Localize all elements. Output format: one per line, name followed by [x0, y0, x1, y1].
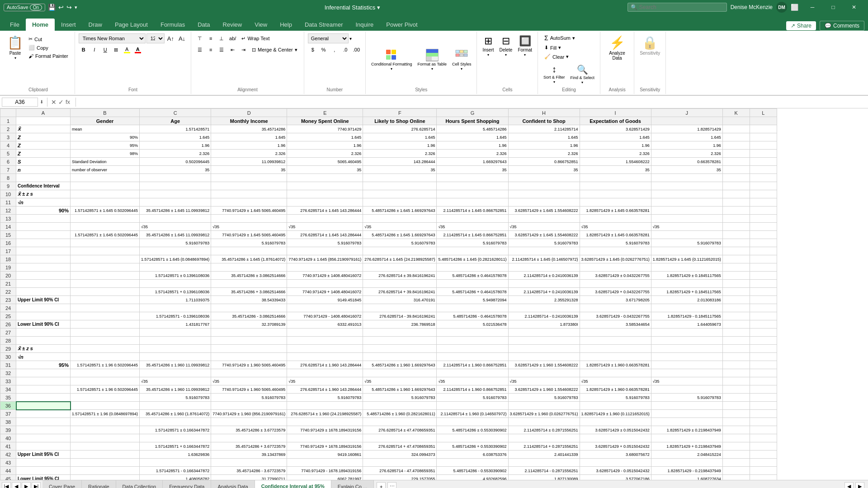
cell-A12[interactable]: 90% [16, 206, 71, 215]
cell-F16[interactable]: 5.916079783 [363, 239, 437, 247]
cell-B20[interactable] [71, 272, 140, 280]
cell-F10[interactable] [363, 190, 437, 198]
cell-F43[interactable] [363, 459, 437, 467]
cell-G13[interactable] [437, 215, 508, 223]
cell-G43[interactable] [437, 459, 508, 467]
cell-H28[interactable] [508, 337, 580, 345]
cell-F13[interactable] [363, 215, 437, 223]
cell-K24[interactable] [722, 304, 750, 312]
cell-F39[interactable]: 276.6285714 ± 47.4708659351 [363, 426, 437, 434]
cell-B8[interactable] [71, 174, 140, 182]
cell-E20[interactable]: 7740.971429 ± 1408.480416072 [287, 272, 363, 280]
cell-G11[interactable] [437, 198, 508, 206]
row-header-32[interactable]: 32 [0, 369, 16, 377]
confirm-formula-icon[interactable]: ✓ [58, 99, 64, 106]
cell-L25[interactable] [750, 312, 777, 320]
cell-G22[interactable]: 5.485714286 + 0.4641578078 [437, 288, 508, 296]
cell-C1[interactable]: Age [140, 117, 211, 125]
cell-J42[interactable]: 2.048415224 [651, 450, 722, 459]
cell-E19[interactable] [287, 263, 363, 272]
cell-I31[interactable]: 1.828571429 ± 1.960 0.663578281 [580, 361, 651, 369]
cell-H21[interactable] [508, 280, 580, 288]
decrease-indent-button[interactable]: ⇤ [227, 45, 237, 55]
cell-F12[interactable]: 5.485714286 ± 1.645 1.669297643 [363, 206, 437, 215]
format-table-button[interactable]: Format as Table ▾ [416, 46, 448, 73]
row-header-30[interactable]: 30 [0, 353, 16, 361]
tab-data-streamer[interactable]: Data Streamer [298, 19, 349, 31]
cell-J13[interactable] [651, 215, 722, 223]
cell-K45[interactable] [722, 475, 750, 480]
format-cells-button[interactable]: 🔲 Format ▾ [516, 33, 534, 59]
row-header-25[interactable]: 25 [0, 312, 16, 320]
cell-J4[interactable]: 1.96 [651, 141, 722, 150]
cell-L33[interactable] [750, 377, 777, 385]
cell-J29[interactable] [651, 345, 722, 353]
cell-H39[interactable]: 2.114285714 ± 0.2871556251 [508, 426, 580, 434]
cell-B17[interactable] [71, 247, 140, 255]
cell-I14[interactable]: √35 [580, 223, 651, 231]
cell-A38[interactable] [16, 418, 71, 426]
cell-H9[interactable] [508, 182, 580, 190]
cell-G10[interactable] [437, 190, 508, 198]
col-header-E[interactable]: E [287, 109, 363, 117]
cell-K36[interactable] [722, 402, 750, 410]
row-header-23[interactable]: 23 [0, 296, 16, 304]
cell-B34[interactable]: 1.571428571 ± 1.96 0.502096445 [71, 385, 140, 394]
cell-I32[interactable] [580, 369, 651, 377]
cell-E41[interactable]: 7740.971429 + 1678.1894319156 [287, 442, 363, 450]
sheet-tab-analysis-data[interactable]: Analysis Data [211, 480, 255, 488]
cell-F27[interactable] [363, 328, 437, 337]
cell-I7[interactable]: 35 [580, 166, 651, 174]
row-header-41[interactable]: 41 [0, 442, 16, 450]
sheet-tab-rationale[interactable]: Rationale [82, 480, 116, 488]
tab-last-button[interactable]: ▶| [32, 482, 41, 488]
cell-C2[interactable]: 1.571428571 [140, 125, 211, 133]
tab-data[interactable]: Data [191, 19, 216, 31]
cell-G17[interactable] [437, 247, 508, 255]
minimize-button[interactable]: ─ [802, 0, 823, 14]
cell-D15[interactable]: 7740.971429 ± 1.645 5065.460495 [211, 231, 287, 239]
cell-C5[interactable]: 2.326 [140, 150, 211, 158]
cell-A11[interactable]: √n [16, 198, 71, 206]
cell-B2[interactable]: mean [71, 125, 140, 133]
cell-F44[interactable]: 276.6285714 - 47.4708659351 [363, 467, 437, 475]
cell-C16[interactable]: 5.916079783 [140, 239, 211, 247]
cell-I38[interactable] [580, 418, 651, 426]
cell-G45[interactable]: 4.932682596 [437, 475, 508, 480]
cell-G33[interactable]: √35 [437, 377, 508, 385]
cell-C12[interactable]: 35.45714286 ± 1.645 11.09939812 [140, 206, 211, 215]
row-header-5[interactable]: 5 [0, 150, 16, 158]
cell-B32[interactable] [71, 369, 140, 377]
cell-F41[interactable]: 276.6285714 + 47.4708659351 [363, 442, 437, 450]
cell-F36[interactable] [363, 402, 437, 410]
cell-G34[interactable]: 2.114285714 ± 1.960 0.866752851 [437, 385, 508, 394]
cell-B33[interactable] [71, 377, 140, 385]
cell-F40[interactable] [363, 434, 437, 442]
cancel-formula-icon[interactable]: ✕ [51, 99, 57, 106]
cell-L7[interactable] [750, 166, 777, 174]
cell-K35[interactable] [722, 394, 750, 402]
cell-K7[interactable] [722, 166, 750, 174]
align-left-button[interactable]: ☰ [195, 45, 205, 55]
autosum-button[interactable]: Σ AutoSum ▾ [542, 33, 578, 42]
font-name-selector[interactable]: Times New Roman [79, 33, 146, 43]
cell-A27[interactable] [16, 328, 71, 337]
cell-L5[interactable] [750, 150, 777, 158]
cell-E44[interactable]: 7740.971429 - 1678.1894319156 [287, 467, 363, 475]
cell-K22[interactable] [722, 288, 750, 296]
cell-K3[interactable] [722, 133, 750, 141]
cell-C23[interactable]: 1.711039375 [140, 296, 211, 304]
cell-A18[interactable] [16, 255, 71, 263]
sheet-tab-cover-page[interactable]: Cover Page [42, 480, 82, 488]
cell-A5[interactable]: Z [16, 150, 71, 158]
row-header-45[interactable]: 45 [0, 475, 16, 480]
cell-F6[interactable]: 143.286444 [363, 158, 437, 166]
cell-H40[interactable] [508, 434, 580, 442]
cell-J18[interactable]: 1.828571429 ± 1.645 (0.1121652015) [651, 255, 722, 263]
cell-B27[interactable] [71, 328, 140, 337]
cell-H13[interactable] [508, 215, 580, 223]
cell-A39[interactable] [16, 426, 71, 434]
cell-C44[interactable]: 1.571428571 - 0.1663447872 [140, 467, 211, 475]
tab-draw[interactable]: Draw [82, 19, 108, 31]
cell-L24[interactable] [750, 304, 777, 312]
